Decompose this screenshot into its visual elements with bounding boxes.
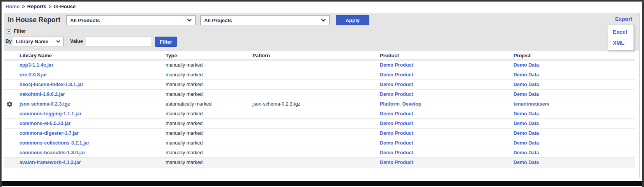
project-cell: Demo Data [513, 80, 635, 90]
library-link[interactable]: commons-logging-1.1.1.jar [19, 111, 81, 116]
library-link[interactable]: nekohtml-1.9.6.2.jar [19, 92, 65, 97]
project-cell: tenantmetaserv [513, 99, 635, 109]
report-table-body: xpp3-1.1.4c.jar manually marked Demo Pro… [4, 60, 635, 168]
project-link[interactable]: Demo Data [513, 140, 539, 146]
pattern-cell: json-schema-0.2.3.tgz [252, 99, 380, 109]
type-cell: manually marked [166, 138, 252, 148]
project-link[interactable]: tenantmetaserv [513, 101, 549, 107]
product-cell: Demo Product [380, 60, 513, 70]
inhouse-report-table: Library Name Type Pattern Product Projec… [4, 51, 635, 168]
product-cell: Platform_Develop [380, 99, 513, 109]
window-bottom-bar [2, 181, 642, 186]
project-link[interactable]: Demo Data [513, 92, 539, 97]
type-cell: manually marked [166, 109, 252, 119]
breadcrumb-reports-link[interactable]: Reports [27, 4, 46, 9]
product-link[interactable]: Demo Product [380, 92, 413, 97]
product-cell: Demo Product [380, 70, 513, 80]
export-link[interactable]: Export [615, 16, 632, 22]
pattern-cell [252, 70, 380, 80]
product-cell: Demo Product [380, 138, 513, 148]
library-name-cell: avalon-framework-4.1.3.jar [19, 158, 166, 168]
project-link[interactable]: Demo Data [513, 72, 539, 78]
row-icon-cell [4, 99, 19, 109]
project-link[interactable]: Demo Data [513, 131, 539, 136]
table-row: nekohtml-1.9.6.2.jar manually marked Dem… [4, 90, 635, 99]
library-link[interactable]: xpp3-1.1.4c.jar [19, 62, 53, 68]
export-excel-option[interactable]: Excel [608, 26, 633, 37]
product-link[interactable]: Platform_Develop [380, 101, 421, 107]
product-cell: Demo Product [380, 158, 513, 168]
project-link[interactable]: Demo Data [513, 150, 539, 155]
library-name-cell: nekohtml-1.9.6.2.jar [19, 90, 166, 99]
project-cell: Demo Data [513, 119, 635, 129]
column-header-library-name: Library Name [19, 51, 166, 60]
product-link[interactable]: Demo Product [380, 62, 413, 68]
product-link[interactable]: Demo Product [380, 82, 413, 87]
table-row: neo4j-lucene-index-1.8.1.jar manually ma… [4, 80, 635, 90]
library-link[interactable]: commons-digester-1.7.jar [19, 131, 79, 136]
row-icon-cell [4, 119, 19, 129]
export-xml-option[interactable]: XML [608, 37, 633, 48]
chevron-down-icon [187, 19, 192, 22]
product-link[interactable]: Demo Product [380, 140, 413, 146]
project-cell: Demo Data [513, 70, 635, 80]
filter-by-value: Library Name [16, 39, 48, 44]
library-link[interactable]: commons-collections-3.2.1.jar [19, 140, 89, 146]
table-row: commons-logging-1.1.1.jar manually marke… [4, 109, 635, 119]
project-link[interactable]: Demo Data [513, 111, 539, 116]
library-link[interactable]: neo4j-lucene-index-1.8.1.jar [19, 82, 83, 87]
breadcrumb-home-link[interactable]: Home [5, 4, 19, 9]
product-cell: Demo Product [380, 129, 513, 138]
type-cell: automatically marked [166, 99, 252, 109]
table-row: commons-beanutils-1.8.0.jar manually mar… [4, 148, 635, 158]
library-link[interactable]: commons-el-5.5.23.jar [19, 121, 71, 126]
project-cell: Demo Data [513, 60, 635, 70]
filter-button[interactable]: Filter [155, 37, 177, 47]
project-cell: Demo Data [513, 109, 635, 119]
library-name-cell: commons-beanutils-1.8.0.jar [19, 148, 166, 158]
pattern-cell [252, 80, 380, 90]
column-header-project: Project [513, 51, 635, 60]
filter-collapse-icon[interactable] [7, 29, 11, 34]
library-name-cell: commons-el-5.5.23.jar [19, 119, 166, 129]
product-filter-value: All Products [70, 18, 100, 23]
product-link[interactable]: Demo Product [380, 131, 413, 136]
table-row: commons-digester-1.7.jar manually marked… [4, 129, 635, 138]
filter-value-input[interactable] [86, 37, 151, 46]
product-filter-select[interactable]: All Products [66, 15, 196, 25]
library-link[interactable]: oro-2.0.8.jar [19, 72, 47, 78]
gear-icon[interactable] [6, 101, 13, 108]
pattern-cell [252, 119, 380, 129]
column-icon-spacer [4, 51, 19, 60]
row-icon-cell [4, 60, 19, 70]
filter-value-label: Value [70, 39, 83, 44]
pattern-cell [252, 90, 380, 99]
project-cell: Demo Data [513, 138, 635, 148]
project-cell: Demo Data [513, 148, 635, 158]
project-filter-select[interactable]: All Projects [200, 15, 330, 25]
product-link[interactable]: Demo Product [380, 160, 413, 165]
table-row: xpp3-1.1.4c.jar manually marked Demo Pro… [4, 60, 635, 70]
pattern-cell [252, 138, 380, 148]
project-link[interactable]: Demo Data [513, 160, 539, 165]
type-cell: manually marked [166, 80, 252, 90]
product-link[interactable]: Demo Product [380, 150, 413, 155]
apply-button[interactable]: Apply [336, 15, 369, 25]
project-cell: Demo Data [513, 129, 635, 138]
library-link[interactable]: json-schema-0.2.3.tgz [19, 101, 70, 107]
product-link[interactable]: Demo Product [380, 72, 413, 78]
product-link[interactable]: Demo Product [380, 121, 413, 126]
project-link[interactable]: Demo Data [513, 121, 539, 126]
filter-by-select[interactable]: Library Name [13, 37, 64, 46]
library-link[interactable]: avalon-framework-4.1.3.jar [19, 160, 81, 165]
product-cell: Demo Product [380, 80, 513, 90]
project-link[interactable]: Demo Data [513, 62, 539, 68]
project-link[interactable]: Demo Data [513, 82, 539, 87]
library-link[interactable]: commons-beanutils-1.8.0.jar [19, 150, 85, 155]
product-link[interactable]: Demo Product [380, 111, 413, 116]
product-cell: Demo Product [380, 119, 513, 129]
pattern-cell [252, 148, 380, 158]
column-header-type: Type [166, 51, 252, 60]
library-name-cell: neo4j-lucene-index-1.8.1.jar [19, 80, 166, 90]
table-row: commons-el-5.5.23.jar manually marked De… [4, 119, 635, 129]
